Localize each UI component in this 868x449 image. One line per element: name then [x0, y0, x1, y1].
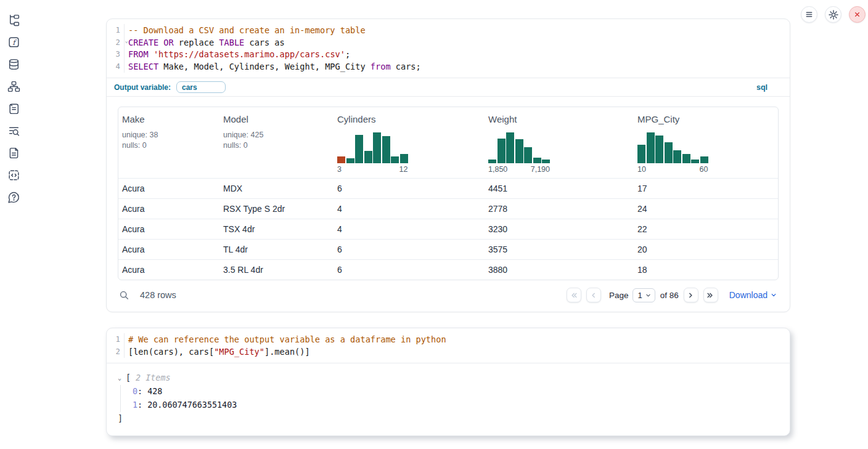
collapse-chevron-icon[interactable]: ⌄ [118, 371, 121, 385]
shutdown-button[interactable] [849, 6, 866, 23]
code-line[interactable]: 2[len(cars), cars["MPG_City"].mean()] [107, 346, 790, 358]
snippets-button[interactable] [7, 168, 20, 182]
functions-button[interactable]: f [7, 35, 20, 49]
histogram-bar [542, 160, 550, 163]
settings-button[interactable] [825, 6, 841, 23]
table-cell: 6 [334, 240, 485, 259]
help-button[interactable] [7, 190, 20, 204]
column-header-model[interactable]: Modelunique: 425nulls: 0 [219, 107, 334, 178]
table-cell: 4 [334, 199, 485, 219]
datasources-button[interactable] [7, 57, 20, 71]
table-row: AcuraTSX 4dr4323022 [118, 219, 778, 239]
fold-chevron-icon[interactable]: ⌄ [125, 38, 128, 44]
histogram-bar [337, 156, 345, 163]
histogram-bar [524, 147, 532, 163]
histogram-bars [488, 132, 550, 163]
histogram-bars [337, 132, 408, 163]
page-of-label: of 86 [660, 291, 679, 300]
column-stats: unique: 425nulls: 0 [223, 130, 330, 150]
chevron-left-icon [589, 291, 598, 300]
search-button[interactable] [119, 290, 129, 301]
search-icon [119, 290, 129, 301]
table-cell: 17 [634, 179, 778, 198]
column-header-mpg_city[interactable]: MPG_City1060 [634, 107, 778, 178]
column-header-make[interactable]: Makeunique: 38nulls: 0 [118, 107, 219, 178]
table-cell: RSX Type S 2dr [219, 199, 334, 219]
histogram-bar [506, 132, 514, 163]
table-cell: Acura [118, 240, 219, 259]
code-text: -- Download a CSV and create an in-memor… [120, 25, 366, 37]
histogram-bar [665, 142, 673, 163]
histogram-bar [533, 158, 541, 163]
gear-icon [829, 10, 838, 20]
column-stats: unique: 38nulls: 0 [122, 130, 216, 150]
line-number: 2⌄ [107, 37, 120, 49]
line-number: 2 [107, 346, 120, 358]
next-page-button[interactable] [684, 288, 698, 302]
code-line[interactable]: 1# We can reference the output variable … [107, 334, 790, 346]
column-name: Cylinders [337, 114, 481, 124]
page-select[interactable]: 1 [633, 288, 655, 302]
histogram-bar [515, 139, 523, 163]
table-cell: Acura [118, 199, 219, 219]
scratchpad-button[interactable] [7, 102, 20, 115]
code-line[interactable]: 3FROM 'https://datasets.marimo.app/cars.… [107, 49, 790, 61]
column-histogram: 1060 [637, 132, 708, 174]
menu-button[interactable] [801, 6, 817, 23]
axis-max-label: 7,190 [531, 165, 550, 174]
chevrons-left-icon [569, 291, 578, 300]
column-header-cylinders[interactable]: Cylinders312 [334, 107, 485, 178]
line-number: 4 [107, 61, 120, 73]
table-cell: 20 [634, 240, 778, 259]
last-page-button[interactable] [703, 288, 718, 302]
table-cell: Acura [118, 260, 219, 280]
histogram-bars [637, 132, 708, 163]
histogram-bar [673, 150, 681, 163]
help-bubble-icon [7, 191, 20, 204]
table-cell: 24 [634, 199, 778, 219]
histogram-bar [647, 132, 655, 163]
code-line[interactable]: 1-- Download a CSV and create an in-memo… [107, 25, 790, 37]
table-footer: 428 rows Page 1 [118, 287, 779, 303]
chevron-right-icon [686, 291, 695, 300]
histogram-bar [382, 136, 390, 163]
row-count: 428 rows [140, 290, 176, 300]
histogram-bar [700, 156, 708, 163]
logs-button[interactable] [7, 124, 20, 137]
download-button[interactable]: Download [729, 290, 777, 300]
python-cell-output: ⌄ [ 2 Items 0: 4281: 20.060747663551403 … [107, 363, 790, 435]
table-header-row: Makeunique: 38nulls: 0Modelunique: 425nu… [118, 107, 778, 178]
table-cell: 3230 [485, 219, 634, 239]
histogram-bar [682, 154, 690, 163]
tree-entry: 0: 428 [133, 385, 780, 398]
first-page-button[interactable] [567, 288, 581, 302]
tree-entry-value: 428 [147, 387, 162, 396]
table-cell: TL 4dr [219, 240, 334, 259]
hamburger-icon [805, 10, 814, 19]
histogram-bar [497, 139, 506, 163]
svg-text:f: f [12, 38, 17, 46]
sql-code-editor[interactable]: 1-- Download a CSV and create an in-memo… [107, 19, 790, 78]
close-icon [853, 10, 861, 18]
output-variable-input[interactable] [176, 81, 226, 93]
documentation-button[interactable] [7, 146, 20, 160]
column-header-weight[interactable]: Weight1,8507,190 [485, 107, 634, 178]
table-row: AcuraTL 4dr6357520 [118, 239, 778, 259]
chevrons-right-icon [706, 291, 715, 300]
code-line[interactable]: 2⌄CREATE OR replace TABLE cars as [107, 37, 790, 49]
code-line[interactable]: 4SELECT Make, Model, Cylinders, Weight, … [107, 61, 790, 73]
dependency-graph-button[interactable] [7, 79, 20, 93]
line-number: 3 [107, 49, 120, 61]
histogram-bar [488, 160, 496, 163]
stat-nulls: nulls: 0 [223, 140, 330, 151]
previous-page-button[interactable] [586, 288, 601, 302]
code-text: SELECT Make, Model, Cylinders, Weight, M… [120, 61, 421, 73]
histogram-bar [364, 151, 372, 163]
tree-entry-colon: : [137, 400, 147, 410]
python-code-editor[interactable]: 1# We can reference the output variable … [107, 328, 790, 363]
histogram-bar [655, 136, 663, 163]
output-variable-label: Output variable: [114, 83, 171, 92]
table-cell: 4451 [485, 179, 634, 198]
table-cell: 3575 [485, 240, 634, 259]
file-explorer-button[interactable] [7, 13, 20, 26]
